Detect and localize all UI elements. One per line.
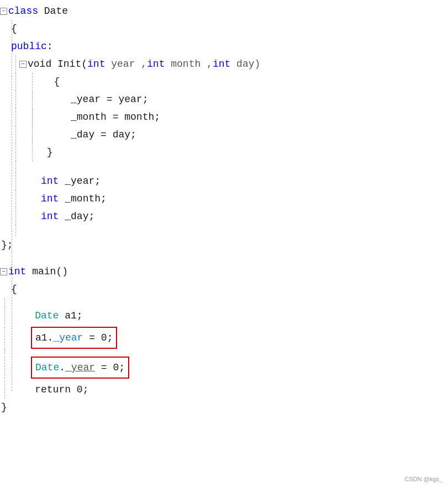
main-declaration-line: − int main() [0, 263, 448, 280]
public-vline-8 [15, 172, 16, 190]
class-close-brace: }; [1, 236, 13, 254]
public-vline-6 [15, 143, 16, 161]
class-keyword: class [8, 2, 38, 20]
day-param: day) [230, 55, 260, 73]
member-month-name: _month; [59, 190, 106, 208]
collapse-init-button[interactable]: − [19, 61, 27, 68]
month-assign-line: _month = month; [0, 108, 448, 126]
date-a1-text: Date a1; [11, 307, 83, 325]
member-month-line: int _month; [0, 190, 448, 208]
init-function-line: − void Init( int year , int month , int … [0, 55, 448, 73]
main-vline-5 [4, 349, 5, 354]
class-name: Date [38, 2, 68, 20]
public-vline-7 [15, 161, 16, 172]
init-brace-close: } [11, 143, 53, 161]
public-vline-11 [15, 225, 16, 236]
public-vline-10 [15, 208, 16, 225]
class-declaration-line: − class Date [0, 2, 448, 20]
member-year-name: _year; [59, 172, 101, 190]
main-vline-3 [4, 307, 5, 325]
main-vline-7 [4, 381, 5, 398]
class-close-brace-line: }; [0, 236, 448, 254]
init-close-brace-line: } [0, 143, 448, 161]
highlight2-line: Date._year = 0; [0, 357, 448, 379]
a1-year-assign: a1._year = 0; [35, 332, 113, 343]
date-a1-line: Date a1; [0, 307, 448, 325]
collapse-main-button[interactable]: − [0, 268, 7, 275]
public-label-line: public : [0, 38, 448, 55]
init-vline-2 [32, 91, 33, 108]
int-keyword-1: int [87, 55, 105, 73]
int-kw-year: int [11, 172, 59, 190]
highlight-box-1: a1._year = 0; [31, 327, 117, 349]
main-vline-6 [4, 357, 5, 379]
month-assign-text: _month = month; [11, 108, 160, 126]
main-open-brace-line: { [0, 280, 448, 298]
date-year-assign: Date._year = 0; [35, 362, 125, 373]
public-vline-2 [15, 73, 16, 91]
main-close-brace-line: } [0, 398, 448, 416]
init-vline-3 [32, 108, 33, 126]
month-param: month , [165, 55, 212, 73]
main-close-brace: } [1, 398, 7, 416]
init-open-brace-line: { [0, 73, 448, 91]
colon: : [47, 38, 53, 55]
void-keyword: void [28, 55, 51, 73]
int-kw-day: int [11, 208, 59, 225]
main-vline-2 [4, 298, 5, 307]
empty-line-3 [0, 298, 448, 307]
return-line: return 0; [0, 381, 448, 398]
int-keyword-3: int [213, 55, 230, 73]
main-brace-open: { [11, 280, 17, 298]
public-vline-3 [15, 91, 16, 108]
empty-line-2 [0, 225, 448, 236]
init-name: Init( [51, 55, 87, 73]
class-open-brace-line: { [0, 20, 448, 38]
public-vline-4 [15, 108, 16, 126]
main-name: main() [26, 263, 68, 280]
day-assign-text: _day = day; [11, 126, 136, 143]
open-brace: { [11, 20, 17, 38]
public-vline-1 [15, 55, 16, 73]
int-main-kw: int [8, 263, 26, 280]
empty-line-1 [0, 161, 448, 172]
int-kw-month: int [11, 190, 59, 208]
public-vline-5 [15, 126, 16, 143]
highlight-box-2: Date._year = 0; [31, 357, 129, 379]
highlight1-line: a1._year = 0; [0, 327, 448, 349]
main-vline-4 [4, 327, 5, 349]
init-vline-4 [32, 126, 33, 143]
init-brace-open: { [36, 73, 60, 91]
code-editor: − class Date { public : − void Init( int… [0, 0, 448, 416]
year-param: year , [105, 55, 147, 73]
watermark-text: CSDN @kgs_ [404, 475, 442, 485]
empty-line-4 [0, 349, 448, 354]
year-assign-line: _year = year; [0, 91, 448, 108]
section-gap [0, 254, 448, 263]
day-assign-line: _day = day; [0, 126, 448, 143]
member-year-line: int _year; [0, 172, 448, 190]
collapse-class-button[interactable]: − [0, 8, 7, 15]
member-day-line: int _day; [0, 208, 448, 225]
public-vline-9 [15, 190, 16, 208]
int-keyword-2: int [147, 55, 165, 73]
return-stmt: return 0; [11, 381, 88, 398]
public-keyword: public [11, 38, 47, 55]
member-day-name: _day; [59, 208, 94, 225]
